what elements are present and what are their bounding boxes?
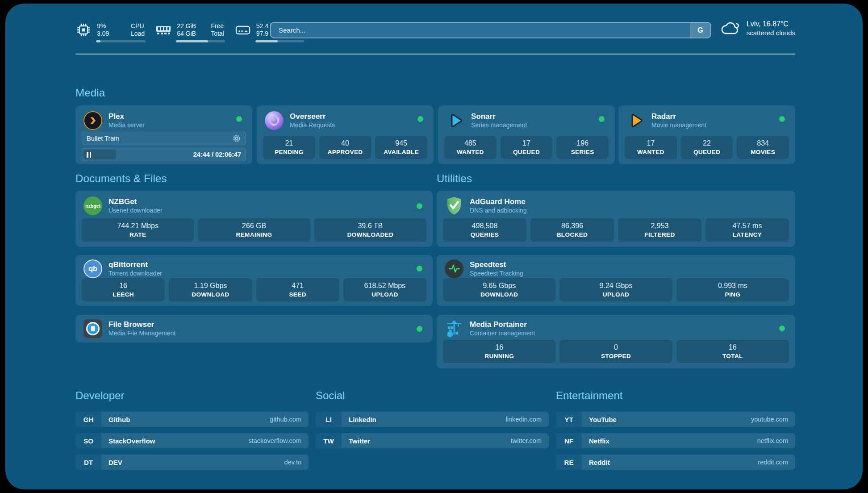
app-subtitle: Torrent downloader bbox=[108, 270, 162, 277]
memory-total-value: 64 GiB bbox=[177, 30, 202, 38]
search-provider-button[interactable]: G bbox=[690, 23, 710, 38]
section-title-documents: Documents & Files bbox=[75, 172, 167, 185]
nzbget-icon: nzbget bbox=[83, 196, 102, 215]
stat-ping: 0.993 msPING bbox=[676, 278, 789, 301]
link-reddit[interactable]: RE Reddit reddit.com bbox=[556, 455, 795, 470]
link-github[interactable]: GH Github github.com bbox=[75, 412, 309, 427]
app-name: Overseerr bbox=[290, 112, 335, 121]
section-title-developer: Developer bbox=[75, 389, 309, 402]
stat-download: 1.19 GbpsDOWNLOAD bbox=[169, 278, 252, 301]
app-subtitle: Media Requests bbox=[290, 121, 335, 129]
links-column-social: Social LI LinkedIn linkedin.com TW Twitt… bbox=[316, 389, 549, 455]
cpu-usage-label: CPU bbox=[131, 22, 145, 30]
link-url: youtube.com bbox=[751, 416, 788, 423]
app-name: NZBGet bbox=[108, 197, 163, 206]
stat-queued: 17QUEUED bbox=[501, 136, 553, 159]
stat-wanted: 485WANTED bbox=[444, 136, 497, 159]
link-name: Github bbox=[108, 416, 130, 423]
link-url: linkedin.com bbox=[505, 416, 542, 423]
radarr-icon bbox=[626, 111, 645, 130]
disk-icon bbox=[235, 22, 251, 38]
service-card-qbittorrent[interactable]: qb qBittorrent Torrent downloader 16LEEC… bbox=[75, 255, 433, 306]
link-name: LinkedIn bbox=[349, 416, 376, 423]
link-stackoverflow[interactable]: SO StackOverflow stackoverflow.com bbox=[75, 433, 309, 448]
settings-gear-icon[interactable] bbox=[232, 134, 241, 143]
app-subtitle: Usenet downloader bbox=[108, 207, 163, 214]
stat-latency: 47.57 msLATENCY bbox=[705, 218, 789, 242]
stat-series: 196SERIES bbox=[556, 136, 609, 159]
link-linkedin[interactable]: LI LinkedIn linkedin.com bbox=[316, 412, 549, 427]
link-url: reddit.com bbox=[758, 459, 788, 466]
search-input[interactable] bbox=[271, 23, 690, 38]
memory-total-label: Total bbox=[211, 30, 224, 38]
app-name: Sonarr bbox=[471, 112, 527, 121]
link-abbr: LI bbox=[316, 412, 342, 427]
stat-rate: 744.21 MbpsRATE bbox=[82, 218, 194, 242]
stat-downloaded: 39.6 TBDOWNLOADED bbox=[314, 218, 426, 242]
stat-stopped: 0STOPPED bbox=[559, 340, 672, 363]
link-url: dev.to bbox=[284, 459, 301, 466]
link-abbr: RE bbox=[556, 455, 582, 470]
playback-time: 24:44 / 02:06:47 bbox=[95, 151, 241, 158]
stat-remaining: 266 GBREMAINING bbox=[198, 218, 310, 242]
stat-wanted: 17WANTED bbox=[625, 136, 677, 159]
link-url: github.com bbox=[270, 416, 301, 423]
service-card-nzbget[interactable]: nzbget NZBGet Usenet downloader 744.21 M… bbox=[75, 191, 433, 247]
portainer-icon bbox=[445, 319, 463, 338]
pause-icon[interactable] bbox=[87, 152, 91, 158]
link-url: twitter.com bbox=[511, 437, 542, 444]
status-dot bbox=[417, 326, 422, 332]
service-card-radarr[interactable]: Radarr Movie management 17WANTED 22QUEUE… bbox=[618, 105, 795, 164]
app-subtitle: Media server bbox=[108, 121, 145, 129]
section-title-media: Media bbox=[75, 87, 105, 99]
stat-leech: 16LEECH bbox=[82, 278, 165, 301]
service-card-portainer[interactable]: Media Portainer Container management 16R… bbox=[437, 315, 795, 368]
link-twitter[interactable]: TW Twitter twitter.com bbox=[316, 433, 549, 448]
service-card-sonarr[interactable]: Sonarr Series management 485WANTED 17QUE… bbox=[438, 105, 615, 164]
app-subtitle: Container management bbox=[470, 330, 535, 337]
stat-available: 945AVAILABLE bbox=[375, 136, 427, 159]
app-name: File Browser bbox=[108, 320, 175, 329]
stat-queries: 498,508QUERIES bbox=[443, 218, 526, 242]
stat-seed: 471SEED bbox=[256, 278, 339, 301]
plex-playback-progress-row: 24:44 / 02:06:47 bbox=[82, 148, 246, 161]
cpu-usage-value: 9% bbox=[97, 22, 122, 30]
section-title-utilities: Utilities bbox=[437, 172, 472, 185]
weather-condition: scattered clouds bbox=[747, 29, 795, 38]
app-name: Plex bbox=[108, 112, 145, 121]
memory-progress-bar bbox=[176, 40, 225, 42]
stat-download: 9.65 GbpsDOWNLOAD bbox=[443, 278, 555, 301]
link-youtube[interactable]: YT YouTube youtube.com bbox=[556, 412, 795, 427]
service-card-speedtest[interactable]: Speedtest Speedtest Tracking 9.65 GbpsDO… bbox=[437, 255, 795, 306]
app-subtitle: Speedtest Tracking bbox=[470, 270, 523, 277]
filebrowser-icon bbox=[83, 319, 102, 338]
service-card-filebrowser[interactable]: File Browser Media File Management bbox=[75, 315, 433, 343]
stat-running: 16RUNNING bbox=[443, 340, 555, 363]
link-abbr: TW bbox=[316, 433, 342, 448]
stat-upload: 9.24 GbpsUPLOAD bbox=[559, 278, 672, 301]
link-abbr: SO bbox=[75, 433, 101, 448]
stat-pending: 21PENDING bbox=[263, 136, 315, 159]
memory-icon bbox=[155, 22, 171, 38]
service-card-plex[interactable]: Plex Media server Bullet Train 24:44 / 0… bbox=[75, 105, 252, 164]
service-card-overseerr[interactable]: Overseerr Media Requests 21PENDING 40APP… bbox=[257, 105, 434, 164]
memory-free-value: 22 GiB bbox=[177, 22, 202, 30]
link-name: YouTube bbox=[589, 416, 617, 423]
app-name: AdGuard Home bbox=[470, 197, 527, 206]
search-bar: G bbox=[270, 22, 711, 38]
qbittorrent-icon: qb bbox=[83, 259, 102, 278]
stat-upload: 618.52 MbpsUPLOAD bbox=[343, 278, 426, 301]
app-name: Media Portainer bbox=[470, 320, 535, 329]
link-name: Reddit bbox=[589, 459, 610, 466]
section-title-entertainment: Entertainment bbox=[556, 389, 795, 402]
top-bar: 9% 3.09 CPU Load 22 bbox=[75, 21, 795, 39]
plex-icon bbox=[83, 111, 102, 130]
link-name: StackOverflow bbox=[108, 437, 155, 445]
app-name: Speedtest bbox=[470, 260, 523, 269]
dashboard-panel: 9% 3.09 CPU Load 22 bbox=[5, 4, 863, 489]
plex-stream-title: Bullet Train bbox=[87, 135, 232, 142]
link-name: DEV bbox=[108, 459, 122, 466]
service-card-adguard[interactable]: AdGuard Home DNS and adblocking 498,508Q… bbox=[437, 191, 795, 247]
link-netflix[interactable]: NF Netflix netflix.com bbox=[556, 433, 795, 448]
link-dev[interactable]: DT DEV dev.to bbox=[75, 455, 309, 470]
